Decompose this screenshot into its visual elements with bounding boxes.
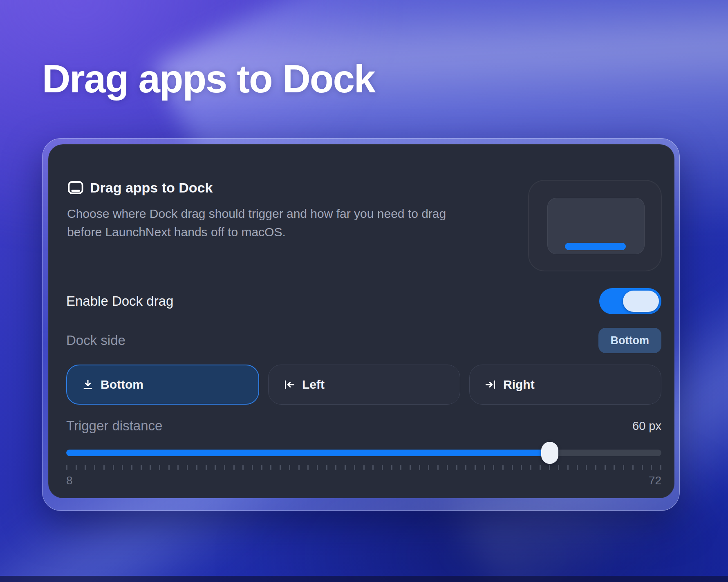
enable-dock-drag-row: Enable Dock drag — [66, 288, 661, 314]
settings-card: Drag apps to Dock Choose where Dock drag… — [48, 144, 674, 498]
preview-dock-bar — [565, 243, 626, 250]
arrow-right-to-line-icon — [484, 378, 497, 391]
slider-max-label: 72 — [649, 474, 661, 487]
dock-side-options: Bottom Left Right — [66, 365, 661, 405]
dock-preview-thumbnail — [528, 180, 662, 271]
slider-knob[interactable] — [541, 442, 558, 464]
card-description: Choose where Dock drag should trigger an… — [67, 204, 468, 241]
slider-min-label: 8 — [66, 474, 73, 487]
trigger-distance-row: Trigger distance 60 px — [66, 418, 661, 434]
dock-side-option-label: Right — [503, 378, 535, 392]
card-title: Drag apps to Dock — [90, 180, 213, 196]
dock-side-option-left[interactable]: Left — [268, 365, 460, 405]
slider-track[interactable] — [66, 450, 661, 456]
settings-card-glass: Drag apps to Dock Choose where Dock drag… — [42, 138, 680, 511]
enable-dock-drag-toggle[interactable] — [599, 288, 661, 314]
slider-fill — [66, 450, 550, 456]
dock-icon — [67, 179, 84, 196]
dock-side-value-badge: Bottom — [598, 328, 661, 353]
background-bottom-strip — [0, 576, 728, 582]
toggle-knob — [623, 291, 659, 312]
dock-side-option-right[interactable]: Right — [469, 365, 661, 405]
trigger-distance-label: Trigger distance — [66, 418, 162, 434]
page-title: Drag apps to Dock — [42, 56, 375, 101]
trigger-distance-value: 60 px — [632, 419, 661, 433]
dock-side-option-label: Left — [302, 378, 325, 392]
slider-minmax: 8 72 — [66, 474, 661, 487]
dock-side-option-bottom[interactable]: Bottom — [66, 365, 259, 405]
enable-dock-drag-label: Enable Dock drag — [66, 293, 173, 309]
arrow-down-to-line-icon — [82, 378, 94, 391]
dock-side-option-label: Bottom — [101, 378, 143, 392]
dock-side-label: Dock side — [66, 333, 125, 348]
dock-side-row: Dock side Bottom — [66, 328, 661, 353]
arrow-left-to-line-icon — [283, 378, 296, 391]
slider-ticks — [66, 465, 661, 470]
trigger-distance-slider[interactable] — [66, 446, 661, 459]
card-header: Drag apps to Dock — [67, 179, 213, 196]
